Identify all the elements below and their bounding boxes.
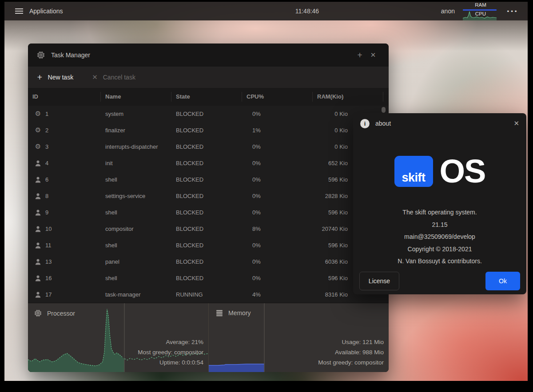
table-row[interactable]: ⚙ 13 panel BLOCKED 0% 6036 Kio [28,253,389,270]
task-state: BLOCKED [171,209,242,216]
processor-panel[interactable]: Processor Average: 21% Most greedy: comp… [28,303,209,372]
ram-label: RAM [463,2,498,8]
desktop-wallpaper: Applications 11:48:46 anon RAM CPU ••• [4,2,528,381]
new-task-button[interactable]: + New task [37,73,73,81]
task-state: BLOCKED [171,193,242,199]
task-cpu: 0% [242,242,313,249]
task-id: 10 [45,226,52,232]
cancel-task-button[interactable]: ✕ Cancel task [92,73,135,81]
table-row[interactable]: ⚙ 16 shell BLOCKED 0% 596 Kio [28,270,389,286]
table-row[interactable]: ⚙ 17 task-manager RUNNING 4% 8316 Kio [28,286,389,303]
task-cpu: 0% [242,209,313,216]
table-row[interactable]: ⚙ 4 init BLOCKED 0% 652 Kio [28,155,389,171]
task-name: task-manager [101,291,171,298]
task-state: RUNNING [171,291,242,298]
os-logo-text: OS [440,157,485,186]
column-cpu[interactable]: CPU% [242,92,313,102]
task-id: 13 [45,258,52,265]
column-id[interactable]: ID [28,92,101,102]
task-id: 6 [45,176,48,183]
task-state: BLOCKED [171,127,242,134]
task-id: 8 [45,193,48,199]
cancel-icon: ✕ [92,73,98,81]
cpu-chip-icon [37,51,45,59]
about-close-button[interactable]: ✕ [513,119,519,127]
task-name: shell [101,176,171,183]
toolbar: + New task ✕ Cancel task [28,67,389,88]
task-name: system [101,111,171,117]
table-row[interactable]: ⚙ 2 finalizer BLOCKED 1% 0 Kio [28,122,389,139]
memory-icon [216,309,223,317]
cpu-average: Average: 21% [138,337,203,347]
cancel-task-label: Cancel task [103,74,135,81]
ok-button[interactable]: Ok [485,272,520,290]
about-version: 21.15 [353,219,526,231]
task-id: 11 [45,242,52,249]
task-state: BLOCKED [171,258,242,265]
task-cpu: 0% [242,111,313,117]
table-row[interactable]: ⚙ 6 shell BLOCKED 0% 596 Kio [28,171,389,188]
about-titlebar[interactable]: i about ✕ [353,113,526,134]
task-name: compositor [101,226,171,232]
skift-logo-text: skift [402,172,426,187]
task-cpu: 8% [242,226,313,232]
user-icon [34,226,42,232]
window-title: Task Manager [51,51,353,59]
task-id: 3 [45,143,48,150]
scrollbar-thumb[interactable] [382,107,386,113]
task-name: shell [101,275,171,281]
user-icon [34,275,42,281]
gear-icon: ⚙ [34,143,42,150]
window-close-button[interactable]: ✕ [366,51,380,59]
column-state[interactable]: State [171,92,242,102]
task-state: BLOCKED [171,242,242,249]
task-id: 4 [45,160,48,166]
task-name: finalizer [101,127,171,134]
overflow-menu-icon[interactable]: ••• [506,8,518,15]
task-state: BLOCKED [171,111,242,117]
license-button[interactable]: License [359,272,399,290]
cpu-label: CPU [463,11,498,16]
about-description: The skift operating system. [353,206,526,219]
table-row[interactable]: ⚙ 11 shell BLOCKED 0% 596 Kio [28,237,389,253]
about-info: The skift operating system. 21.15 main@3… [353,206,526,268]
table-row[interactable]: ⚙ 10 compositor BLOCKED 8% 20740 Kio [28,221,389,237]
uptime: Uptime: 0:0:0:54 [138,357,203,368]
titlebar[interactable]: Task Manager + ✕ [28,44,389,67]
task-cpu: 1% [242,127,313,134]
about-copyright: Copyright © 2018-2021 [353,243,526,256]
plus-icon: + [37,73,43,81]
hamburger-menu-icon[interactable] [15,8,23,14]
processor-label: Processor [47,310,75,317]
task-id: 16 [45,275,52,281]
about-authors: N. Van Bossuyt & contributors. [353,255,526,268]
task-id: 1 [45,111,48,117]
task-cpu: 4% [242,291,313,298]
table-row[interactable]: ⚙ 3 interrupts-dispatcher BLOCKED 0% 0 K… [28,139,389,155]
user-name[interactable]: anon [441,8,455,15]
gear-icon: ⚙ [34,111,42,117]
skiftos-logo: skift OS [353,156,526,187]
about-dialog: i about ✕ skift OS The skift operating s… [353,113,526,294]
table-row[interactable]: ⚙ 1 system BLOCKED 0% 0 Kio [28,106,389,122]
memory-label: Memory [228,309,251,317]
task-name: interrupts-dispatcher [101,143,171,150]
task-cpu: 0% [242,193,313,199]
column-name[interactable]: Name [101,92,171,102]
new-task-label: New task [48,74,74,81]
about-title: about [375,120,513,127]
cpu-chip-icon [34,309,42,317]
user-icon [34,292,42,298]
table-row[interactable]: ⚙ 9 shell BLOCKED 0% 596 Kio [28,204,389,221]
user-icon [34,193,42,199]
about-build: main@32509069/develop [353,231,526,243]
system-monitor-widget[interactable]: RAM CPU [463,2,498,20]
table-row[interactable]: ⚙ 8 settings-service BLOCKED 0% 2828 Kio [28,188,389,204]
applications-menu[interactable]: Applications [29,8,63,15]
column-ram[interactable]: RAM(Kio) [313,92,383,102]
user-icon [34,177,42,183]
memory-panel[interactable]: Memory Usage: 121 Mio Available: 988 Mio… [209,303,389,372]
window-maximize-button[interactable]: + [353,51,366,59]
clock[interactable]: 11:48:46 [173,8,441,15]
user-icon [34,160,42,166]
